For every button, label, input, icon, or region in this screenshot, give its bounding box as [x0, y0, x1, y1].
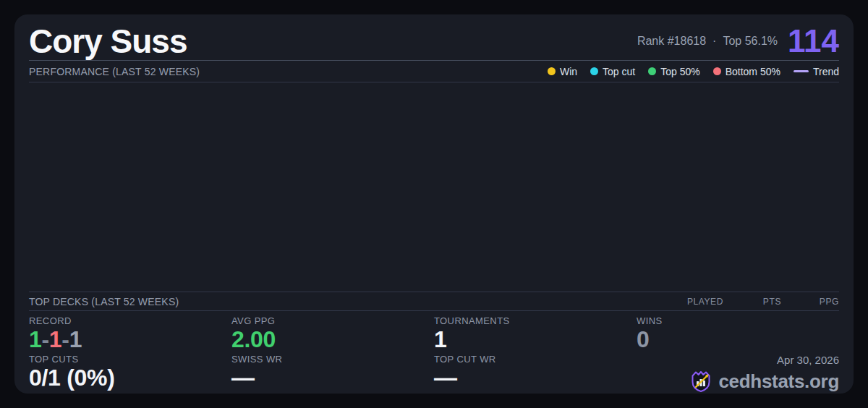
top-percent-label: Top 56.1%: [723, 35, 778, 48]
legend-label: Top cut: [603, 66, 635, 77]
brand-name: cedhstats.org: [718, 372, 839, 391]
stat-value: 2.00: [231, 328, 434, 352]
rank-group: Rank #18618 · Top 56.1% 114: [637, 25, 839, 57]
record-part: 1: [49, 326, 62, 352]
stat-label: TOP CUT WR: [434, 354, 637, 365]
cedhstats-shield-chart-logo: [689, 369, 712, 394]
legend-item-top-50-: Top 50%: [648, 66, 699, 77]
legend-item-top-cut: Top cut: [590, 66, 635, 77]
stat-top-cut-wr: TOP CUT WR —: [434, 354, 637, 394]
legend-item-bottom-50-: Bottom 50%: [713, 66, 780, 77]
top-decks-title: TOP DECKS (LAST 52 WEEKS): [29, 296, 179, 307]
record-part: 1: [69, 326, 82, 352]
top-decks-column-ppg: PPG: [781, 297, 839, 307]
stat-label: RECORD: [29, 316, 231, 326]
stat-value: 0/1 (0%): [29, 366, 231, 390]
legend-dot-icon: [648, 67, 656, 75]
legend-label: Bottom 50%: [726, 66, 780, 77]
stat-value: 1-1-1: [29, 328, 231, 352]
legend-dot-icon: [590, 67, 598, 75]
card-header: Cory Suss Rank #18618 · Top 56.1% 114: [29, 14, 839, 61]
top-decks-header-row: TOP DECKS (LAST 52 WEEKS) PLAYEDPTSPPG: [29, 292, 839, 311]
performance-title: PERFORMANCE (LAST 52 WEEKS): [29, 66, 200, 77]
stat-label: SWISS WR: [231, 354, 434, 365]
stat-record: RECORD 1-1-1: [29, 316, 231, 352]
chart-legend: WinTop cutTop 50%Bottom 50%Trend: [548, 66, 839, 77]
report-date: Apr 30, 2026: [777, 354, 839, 366]
stat-tournaments: TOURNAMENTS 1: [434, 316, 637, 352]
stat-top-cuts: TOP CUTS 0/1 (0%): [29, 354, 231, 394]
stat-wins: WINS 0: [637, 316, 839, 352]
legend-item-trend: Trend: [793, 66, 839, 77]
rank-text: Rank #18618 · Top 56.1%: [637, 35, 778, 48]
player-name: Cory Suss: [29, 25, 187, 58]
top-decks-columns: PLAYEDPTSPPG: [665, 297, 839, 307]
stat-label: AVG PPG: [231, 316, 434, 326]
record-part: -: [42, 326, 49, 352]
trend-line-swatch: [793, 70, 809, 72]
legend-label: Top 50%: [660, 66, 699, 77]
record-part: 1: [29, 326, 42, 352]
legend-label: Trend: [813, 66, 839, 77]
stat-label: TOURNAMENTS: [434, 316, 637, 326]
legend-item-win: Win: [548, 66, 577, 77]
record-part: -: [61, 326, 69, 352]
stat-label: WINS: [637, 316, 839, 326]
performance-header-row: PERFORMANCE (LAST 52 WEEKS) WinTop cutTo…: [29, 61, 839, 82]
top-decks-column-played: PLAYED: [665, 297, 723, 307]
legend-dot-icon: [548, 67, 556, 75]
player-stats-card: Cory Suss Rank #18618 · Top 56.1% 114 PE…: [14, 14, 854, 394]
stat-value: —: [434, 366, 637, 390]
legend-label: Win: [560, 66, 577, 77]
rank-label: Rank #18618: [637, 35, 706, 48]
stat-label: TOP CUTS: [29, 354, 231, 365]
rank-separator: ·: [712, 35, 716, 48]
brand-row: cedhstats.org: [689, 369, 839, 394]
stat-avg-ppg: AVG PPG 2.00: [231, 316, 434, 352]
page-background: Cory Suss Rank #18618 · Top 56.1% 114 PE…: [0, 0, 868, 408]
stat-value: —: [231, 366, 434, 390]
stat-value: 0: [637, 328, 839, 352]
legend-dot-icon: [713, 67, 721, 75]
stat-swiss-wr: SWISS WR —: [231, 354, 434, 394]
player-score: 114: [788, 25, 839, 57]
stats-grid: RECORD 1-1-1 AVG PPG 2.00 TOURNAMENTS 1 …: [29, 311, 839, 394]
top-decks-column-pts: PTS: [723, 297, 781, 307]
stat-value: 1: [434, 328, 637, 352]
performance-chart: [29, 82, 839, 292]
footer-branding: Apr 30, 2026 cedhstats.org: [637, 354, 839, 394]
